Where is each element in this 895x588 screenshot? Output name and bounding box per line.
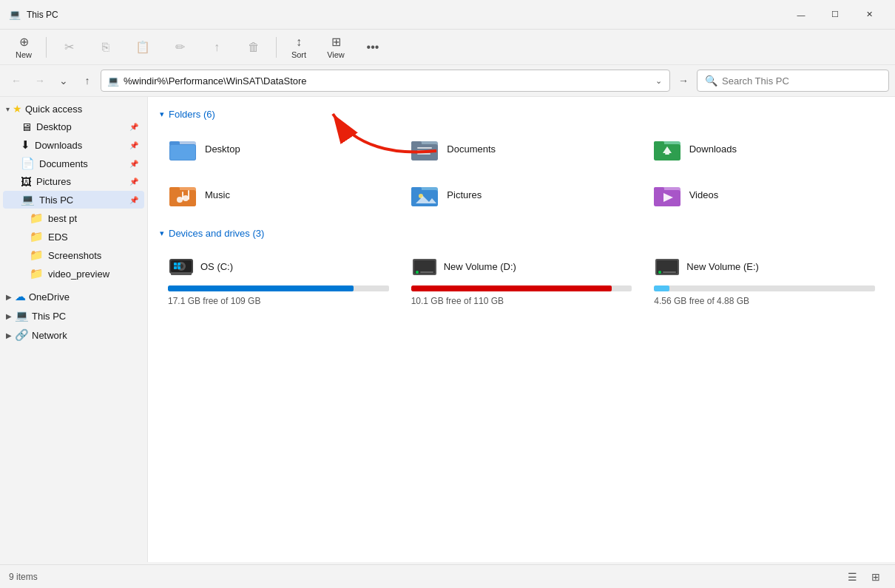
svg-rect-7 [417,147,432,149]
maximize-button[interactable]: ☐ [818,3,852,27]
content-area: ▾ Folders (6) Desktop [148,97,895,562]
sidebar-bestpt-label: best pt [48,213,77,224]
drive-d-icon [411,253,438,280]
list-view-button[interactable]: ☰ [842,567,862,587]
grid-view-button[interactable]: ⊞ [865,567,886,587]
bestpt-icon: 📁 [30,212,44,225]
view-label: View [327,50,345,59]
up-button[interactable]: ↑ [77,70,98,91]
go-button[interactable]: → [673,70,694,91]
videopreview-icon: 📁 [30,267,44,280]
thispc-nav-group[interactable]: ▶ 💻 This PC [0,306,147,325]
more-icon: ••• [367,41,379,54]
sort-icon: ↕ [296,36,302,49]
addressbar-input[interactable] [124,75,649,87]
sidebar-item-desktop[interactable]: 🖥 Desktop 📌 [3,118,144,135]
quick-access-group[interactable]: ▾ ★ Quick access [0,100,147,118]
desktop-pin-icon: 📌 [129,123,138,131]
svg-rect-29 [654,187,664,192]
documents-icon: 📄 [21,157,35,170]
drive-d-bar-wrap [411,285,632,291]
sidebar-downloads-label: Downloads [35,140,82,151]
svg-rect-47 [663,271,676,273]
drive-d[interactable]: New Volume (D:) 10.1 GB free of 110 GB [403,246,641,313]
drive-e-icon [654,253,680,280]
search-input[interactable] [722,75,881,87]
folder-downloads-name: Downloads [689,143,737,155]
drive-c[interactable]: OS (C:) 17.1 GB free of 109 GB [160,246,397,313]
svg-rect-24 [411,187,422,192]
paste-button[interactable]: 📋 [125,33,161,62]
folder-pictures-icon [410,180,439,209]
svg-rect-9 [417,153,430,155]
search-icon: 🔍 [705,75,717,87]
sidebar-videopreview-label: video_preview [48,268,109,280]
addressbar-dropdown-icon[interactable]: ⌄ [654,76,663,86]
new-label: New [16,50,32,59]
folder-downloads[interactable]: Downloads [644,127,883,170]
network-group[interactable]: ▶ 🔗 Network [0,325,147,345]
downloads-pin-icon: 📌 [129,141,138,149]
view-button[interactable]: ⊞ View [318,33,354,62]
sidebar-documents-label: Documents [39,158,88,169]
back-button[interactable]: ← [6,70,27,91]
thispc-nav-icon: 💻 [15,309,29,322]
svg-rect-8 [417,150,429,152]
copy-button[interactable]: ⎘ [88,33,124,62]
sidebar-item-bestpt[interactable]: 📁 best pt [3,209,144,227]
folder-music[interactable]: Music [160,173,399,216]
folder-desktop[interactable]: Desktop [160,127,399,170]
onedrive-label: OneDrive [29,291,70,303]
cut-button[interactable]: ✂ [51,33,87,62]
onedrive-group[interactable]: ▶ ☁ OneDrive [0,287,147,306]
svg-rect-38 [174,266,177,269]
drive-d-info: New Volume (D:) [444,261,516,272]
drive-e[interactable]: New Volume (E:) 4.56 GB free of 4.88 GB [646,246,883,313]
folder-desktop-icon [168,134,197,163]
thispc-sidebar-icon: 💻 [21,193,35,206]
svg-rect-21 [188,190,189,200]
sidebar-item-downloads[interactable]: ⬇ Downloads 📌 [3,136,144,154]
delete-button[interactable]: 🗑 [236,33,271,62]
minimize-button[interactable]: — [784,3,818,27]
recent-button[interactable]: ⌄ [53,70,74,91]
drive-d-bar [411,285,612,291]
folders-section-header[interactable]: ▾ Folders (6) [160,109,883,120]
sidebar-item-eds[interactable]: 📁 EDS [3,228,144,246]
close-button[interactable]: ✕ [852,3,886,27]
drives-section-label: Devices and drives (3) [169,228,264,239]
folder-videos[interactable]: Videos [644,173,883,216]
svg-rect-20 [182,192,183,200]
share-button[interactable]: ↑ [199,33,234,62]
drives-section-arrow: ▾ [160,229,164,238]
search-wrap: 🔍 [697,70,889,92]
folder-pictures[interactable]: Pictures [402,173,641,216]
drives-section-header[interactable]: ▾ Devices and drives (3) [160,228,883,239]
sidebar-item-videopreview[interactable]: 📁 video_preview [3,265,144,283]
folder-desktop-name: Desktop [205,143,240,155]
more-button[interactable]: ••• [355,33,391,62]
drive-d-space: 10.1 GB free of 110 GB [411,296,632,306]
sidebar-item-pictures[interactable]: 🖼 Pictures 📌 [3,173,144,190]
svg-point-46 [658,271,661,274]
sort-button[interactable]: ↕ Sort [281,33,317,62]
paste-icon: 📋 [135,40,150,54]
pictures-pin-icon: 📌 [129,178,138,186]
forward-button[interactable]: → [30,70,50,91]
sidebar-item-thispc[interactable]: 💻 This PC 📌 [3,191,144,209]
svg-rect-5 [411,144,438,160]
sidebar-item-screenshots[interactable]: 📁 Screenshots [3,246,144,264]
drive-c-bar [168,285,354,291]
onedrive-arrow: ▶ [6,293,12,301]
folder-documents-name: Documents [447,143,496,155]
folder-documents[interactable]: Documents [402,127,641,170]
sidebar-pictures-label: Pictures [36,176,71,187]
rename-icon: ✏ [175,40,185,54]
drives-grid: OS (C:) 17.1 GB free of 109 GB [160,246,883,313]
sidebar-item-documents[interactable]: 📄 Documents 📌 [3,155,144,172]
network-arrow: ▶ [6,331,12,339]
folder-videos-icon [652,180,682,209]
rename-button[interactable]: ✏ [162,33,197,62]
new-button[interactable]: ⊕ New [6,33,41,62]
title-bar-controls: — ☐ ✕ [784,3,886,27]
